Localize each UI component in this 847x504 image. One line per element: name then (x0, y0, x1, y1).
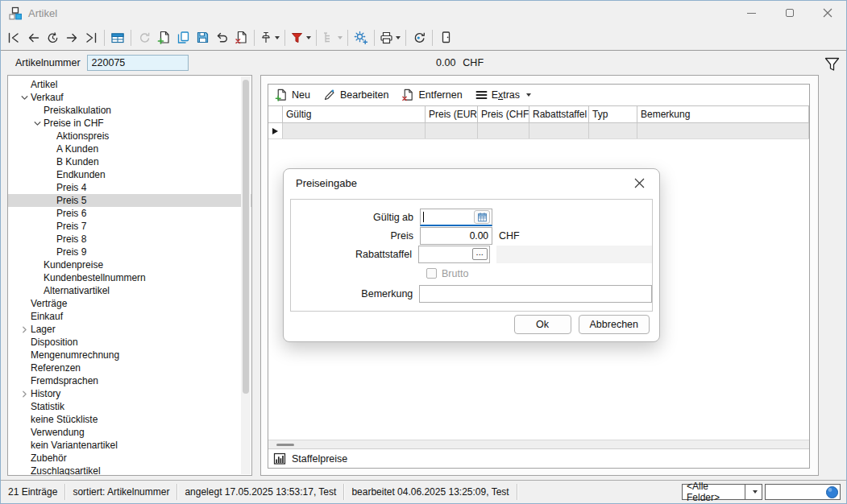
nav-previous-button[interactable] (23, 27, 43, 48)
grid-column-header[interactable]: Typ (589, 106, 637, 123)
tree-item[interactable]: Kundenbestellnummern (8, 271, 251, 284)
tree-item-label: Preiskalkulation (44, 105, 111, 116)
tree-item[interactable]: keine Stückliste (8, 413, 251, 426)
nav-history-button[interactable] (43, 27, 62, 48)
copy-record-button[interactable] (173, 27, 193, 48)
abbrechen-button[interactable]: Abbrechen (579, 315, 650, 334)
chevron-right-icon[interactable] (18, 325, 31, 334)
grid-column-header[interactable]: Preis (EUR) (426, 106, 478, 123)
toolbar-separator (131, 30, 131, 46)
tree-item[interactable]: kein Variantenartikel (8, 439, 251, 452)
maximize-button[interactable] (770, 1, 808, 25)
globe-search-icon[interactable] (825, 485, 839, 499)
staffelpreise-section[interactable]: Staffelpreise (268, 449, 809, 468)
chevron-right-icon[interactable] (18, 390, 31, 399)
nav-last-button[interactable] (81, 27, 101, 48)
browse-grid-icon (110, 31, 125, 44)
grid-column-header[interactable]: Gültig (283, 106, 426, 123)
bemerkung-input[interactable] (419, 285, 652, 303)
tree-scrollbar[interactable] (241, 76, 251, 474)
tree-item[interactable]: Statistik (8, 400, 251, 413)
tree-item[interactable]: Fremdsprachen (8, 374, 251, 387)
tree-item[interactable]: Referenzen (8, 361, 251, 374)
exit-button[interactable] (436, 27, 455, 48)
panel-splitter[interactable] (268, 440, 809, 449)
chevron-down-icon[interactable] (31, 119, 44, 128)
extras-button[interactable]: Extras (475, 89, 531, 101)
calendar-button[interactable] (474, 210, 490, 224)
favorites-filter-strip[interactable]: Favoriten Filter (818, 52, 846, 479)
data-transfer-button[interactable] (409, 27, 429, 48)
tree-item[interactable]: Preis 8 (8, 233, 251, 246)
tree-item[interactable]: Preis 9 (8, 246, 251, 258)
tree-item[interactable]: Endkunden (8, 168, 251, 181)
toolbar-separator (316, 30, 317, 46)
tree-item[interactable]: Verkauf (8, 91, 251, 104)
brutto-checkbox[interactable] (426, 268, 437, 279)
grid-empty-row[interactable] (268, 123, 809, 139)
filter-dropdown-caret[interactable] (306, 36, 311, 39)
print-dropdown-caret[interactable] (396, 36, 401, 39)
tree-item[interactable]: Zuschlagsartikel (8, 465, 251, 476)
refresh-button[interactable] (135, 27, 154, 48)
tree-item[interactable]: Preis 4 (8, 181, 251, 194)
tree-item[interactable]: Verträge (8, 297, 251, 310)
tree-item[interactable]: Artikel (8, 78, 251, 91)
delete-record-button[interactable] (231, 27, 251, 48)
tree-item[interactable]: Zubehör (8, 452, 251, 465)
artikelnummer-input[interactable] (87, 55, 189, 71)
tree-item[interactable]: Lager (8, 323, 251, 336)
print-button[interactable] (378, 27, 402, 48)
bearbeiten-label: Bearbeiten (340, 89, 388, 101)
tree-item[interactable]: Preise in CHF (8, 117, 251, 130)
dialog-close-button[interactable] (631, 176, 647, 192)
tree-item[interactable]: Alternativartikel (8, 284, 251, 297)
tree-item[interactable]: Disposition (8, 336, 251, 349)
extras-dropdown-caret[interactable] (526, 93, 531, 97)
settings-add-button[interactable] (351, 27, 371, 48)
pin-dropdown-caret[interactable] (275, 36, 280, 39)
minimize-button[interactable] (733, 1, 770, 25)
rabattstaffel-browse-button[interactable]: ... (472, 248, 488, 260)
tree-item[interactable]: Einkauf (8, 310, 251, 323)
tree-scrollbar-thumb[interactable] (243, 80, 249, 394)
save-record-button[interactable] (193, 27, 212, 48)
tree-item[interactable]: History (8, 387, 251, 400)
ok-button[interactable]: Ok (514, 315, 571, 334)
chevron-down-icon[interactable] (18, 93, 31, 102)
gueltig-ab-input[interactable] (420, 209, 492, 226)
tree-item[interactable]: A Kunden (8, 143, 251, 155)
bearbeiten-button[interactable]: Bearbeiten (323, 89, 388, 101)
status-search-input[interactable] (766, 485, 822, 499)
grid-column-header[interactable]: Preis (CHF) (478, 106, 529, 123)
pin-button[interactable] (258, 27, 281, 48)
hierarchy-button[interactable] (320, 27, 344, 48)
grid-column-header[interactable]: Rabattstaffel (529, 106, 589, 123)
tree-item[interactable]: Verwendung (8, 426, 251, 439)
tree-item[interactable]: Mengenumrechnung (8, 349, 251, 361)
nav-next-button[interactable] (62, 27, 81, 48)
nav-first-button[interactable] (4, 27, 23, 48)
tree-item[interactable]: Preiskalkulation (8, 104, 251, 117)
hierarchy-dropdown-caret[interactable] (338, 36, 343, 39)
field-filter-dropdown-button[interactable] (745, 484, 762, 500)
settings-add-icon (354, 31, 368, 44)
tree-item[interactable]: Preis 7 (8, 220, 251, 233)
tree-item[interactable]: Aktionspreis (8, 130, 251, 143)
tree-item[interactable]: Preis 5 (8, 194, 251, 207)
close-button[interactable] (808, 1, 846, 25)
favorites-filter-label: Favoriten Filter (768, 80, 847, 149)
tree-item[interactable]: Preis 6 (8, 207, 251, 220)
entfernen-button[interactable]: Entfernen (401, 89, 462, 101)
neu-button[interactable]: Neu (275, 89, 310, 101)
field-filter-select[interactable]: <Alle Felder> (682, 484, 745, 500)
tree-item[interactable]: Kundenpreise (8, 258, 251, 271)
new-record-button[interactable] (154, 27, 173, 48)
browse-grid-button[interactable] (108, 27, 127, 48)
rabattstaffel-input[interactable]: ... (418, 246, 490, 263)
undo-button[interactable] (212, 27, 231, 48)
tree-item[interactable]: B Kunden (8, 155, 251, 168)
preis-input[interactable] (420, 227, 492, 245)
filter-button[interactable] (289, 27, 313, 48)
favorites-funnel-icon[interactable] (824, 56, 841, 72)
